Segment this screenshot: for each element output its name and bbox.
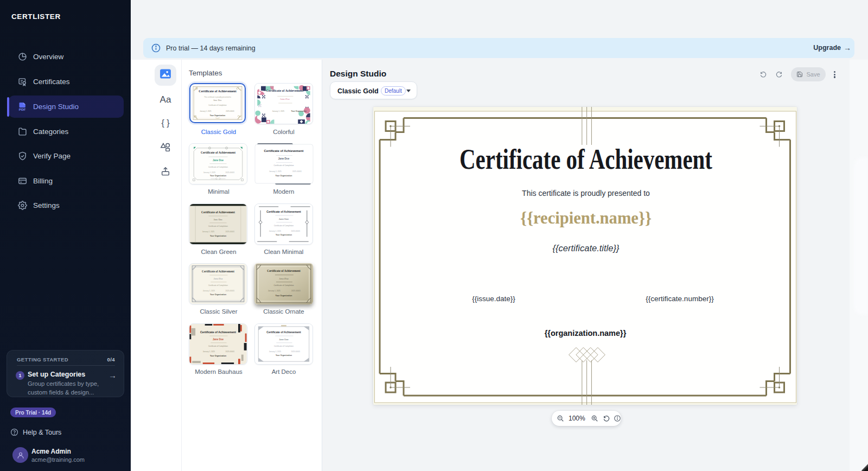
svg-text:January 1, 2025: January 1, 2025 xyxy=(202,231,215,233)
svg-text:{{certificate.title}}: {{certificate.title}} xyxy=(553,243,620,253)
svg-text:2025-00001: 2025-00001 xyxy=(291,230,301,232)
svg-text:Certificate of Achievement: Certificate of Achievement xyxy=(266,89,303,92)
svg-text:{{issue.date}}: {{issue.date}} xyxy=(472,295,515,303)
svg-text:Your Organization: Your Organization xyxy=(210,235,226,237)
svg-text:Certificate of Achievement: Certificate of Achievement xyxy=(200,330,236,334)
svg-text:{{recipient.name}}: {{recipient.name}} xyxy=(520,208,652,227)
svg-text:This certificate is proudly pr: This certificate is proudly presented to xyxy=(522,189,650,198)
svg-text:2025-00001: 2025-00001 xyxy=(291,290,301,292)
svg-text:Certificate of Achievement: Certificate of Achievement xyxy=(266,330,301,334)
svg-text:January 1, 2025: January 1, 2025 xyxy=(269,170,282,173)
svg-text:Certificate of Completion: Certificate of Completion xyxy=(208,104,227,106)
svg-text:Certificate of Completion: Certificate of Completion xyxy=(273,284,293,287)
svg-text:Certificate of Achievement: Certificate of Achievement xyxy=(267,269,301,272)
svg-text:Jane Doe: Jane Doe xyxy=(278,157,290,160)
svg-text:January 1, 2025: January 1, 2025 xyxy=(203,351,215,353)
svg-text:Certificate of Achievement: Certificate of Achievement xyxy=(264,149,304,152)
svg-text:Your Organization: Your Organization xyxy=(210,114,226,117)
svg-text:January 1, 2025: January 1, 2025 xyxy=(268,290,280,292)
svg-text:Certificate of Achievement: Certificate of Achievement xyxy=(201,211,235,214)
svg-text:Jane Doe: Jane Doe xyxy=(213,338,224,341)
svg-text:Certificate of Achievement: Certificate of Achievement xyxy=(202,270,234,273)
svg-text:Jane Doe: Jane Doe xyxy=(214,277,223,280)
svg-text:Your Organization: Your Organization xyxy=(276,234,292,236)
svg-text:Certificate of Achievement: Certificate of Achievement xyxy=(199,90,236,93)
svg-text:2025-00001: 2025-00001 xyxy=(226,351,235,353)
svg-text:2025-00001: 2025-00001 xyxy=(226,290,235,292)
svg-text:Jane Doe: Jane Doe xyxy=(213,159,224,162)
svg-text:Certificate of Completion: Certificate of Completion xyxy=(274,345,293,347)
svg-text:Jane Doe: Jane Doe xyxy=(279,277,288,280)
svg-text:Your Organization: Your Organization xyxy=(210,175,226,177)
svg-text:Jane Doe: Jane Doe xyxy=(279,338,289,341)
svg-text:January 1, 2025: January 1, 2025 xyxy=(203,290,215,292)
svg-text:Certificate of Achievement: Certificate of Achievement xyxy=(459,144,713,175)
svg-text:Certificate of Completion: Certificate of Completion xyxy=(208,225,228,227)
svg-text:Certificate of Completion: Certificate of Completion xyxy=(274,225,293,227)
svg-text:January 1, 2025: January 1, 2025 xyxy=(272,110,285,112)
svg-text:Your Organization: Your Organization xyxy=(276,175,292,177)
svg-text:Your Organization: Your Organization xyxy=(210,294,226,296)
svg-text:{{organization.name}}: {{organization.name}} xyxy=(545,329,627,338)
svg-text:2025-00001: 2025-00001 xyxy=(292,170,302,173)
svg-text:Certificate of Achievement: Certificate of Achievement xyxy=(266,210,301,213)
svg-text:Jane Doe: Jane Doe xyxy=(279,218,289,220)
svg-text:January 1, 2025: January 1, 2025 xyxy=(203,171,216,174)
svg-text:Your Organization: Your Organization xyxy=(291,110,307,112)
svg-text:Jane Doe: Jane Doe xyxy=(214,218,223,221)
svg-text:Certificate of Completion: Certificate of Completion xyxy=(208,166,228,168)
svg-text:PDF: PDF xyxy=(19,107,26,111)
svg-text:2025-00001: 2025-00001 xyxy=(226,110,234,112)
svg-text:Your Organization: Your Organization xyxy=(210,355,226,357)
svg-text:Your Organization: Your Organization xyxy=(276,354,292,357)
svg-text:January 1, 2025: January 1, 2025 xyxy=(269,351,282,353)
svg-text:Certificate of Completion: Certificate of Completion xyxy=(273,164,293,167)
svg-text:Jane Doe: Jane Doe xyxy=(213,99,222,101)
svg-text:2025-00001: 2025-00001 xyxy=(226,171,235,174)
svg-text:2025-00001: 2025-00001 xyxy=(291,351,301,353)
svg-text:Certificate of Achievement: Certificate of Achievement xyxy=(201,151,235,154)
svg-text:This certificate is proudly pr: This certificate is proudly presented to xyxy=(204,96,231,98)
svg-text:Your Organization: Your Organization xyxy=(276,295,292,297)
svg-text:2025-00001: 2025-00001 xyxy=(226,231,235,233)
svg-text:{{certificate.number}}: {{certificate.number}} xyxy=(646,295,714,303)
svg-text:Certificate of Completion: Certificate of Completion xyxy=(208,345,228,347)
svg-text:Certificate of Completion: Certificate of Completion xyxy=(208,284,228,287)
svg-text:January 1, 2025: January 1, 2025 xyxy=(200,110,211,112)
svg-text:Jane Doe: Jane Doe xyxy=(280,98,290,100)
svg-text:January 1, 2025: January 1, 2025 xyxy=(269,230,282,232)
